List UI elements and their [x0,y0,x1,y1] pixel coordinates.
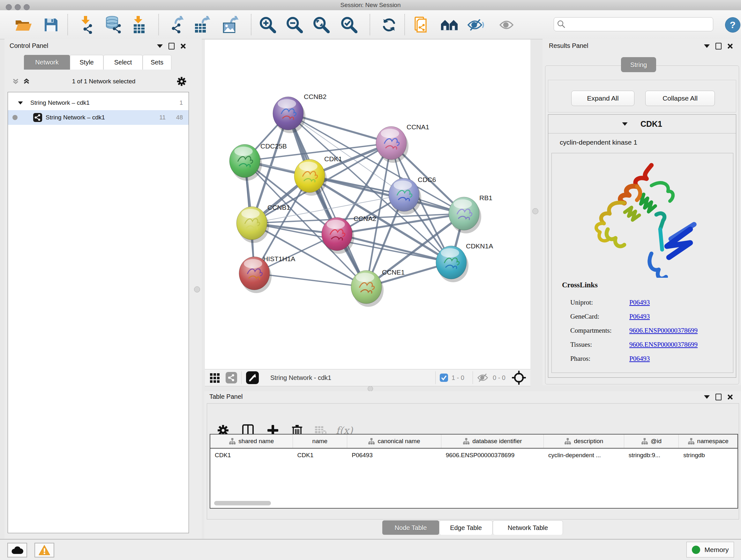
search-input[interactable] [568,20,710,28]
float-panel-icon[interactable] [169,43,175,50]
crosslink-link[interactable]: P06493 [629,313,650,320]
table-cell[interactable]: 9606.ENSP00000378699 [441,449,544,462]
crosslink-link[interactable]: P06493 [629,355,650,363]
zoom-selected-icon[interactable] [340,16,358,34]
export-network-icon[interactable] [169,16,186,34]
panel-menu-icon[interactable] [704,395,710,399]
node-CCNA1[interactable] [376,126,408,163]
float-panel-icon[interactable] [716,394,722,400]
node-CCNE1[interactable] [351,270,384,307]
zoom-in-icon[interactable] [259,16,277,34]
left-splitter-handle[interactable] [194,287,200,293]
table-row[interactable]: CDK1CDK1P064939606.ENSP00000378699cyclin… [210,449,738,462]
import-database-icon[interactable] [105,16,123,34]
memory-button[interactable]: Memory [686,542,734,557]
zoom-fit-icon[interactable] [313,16,330,34]
node-CDKN1A[interactable] [436,246,468,282]
close-panel-icon[interactable] [727,394,733,400]
column-header-description[interactable]: description [544,435,624,448]
network-graph[interactable]: CCNB2CCNA1CDC25BCDK1CDC6RB1CCNB1CCNA2CDK… [205,40,530,369]
save-floppy-icon[interactable] [42,16,60,34]
tab-sets[interactable]: Sets [143,55,172,70]
network-collection-row[interactable]: String Network – cdk1 1 [8,96,189,110]
tab-select[interactable]: Select [104,55,143,70]
node-CCNB2[interactable] [273,97,306,133]
horizontal-scrollbar[interactable] [214,501,271,505]
table-cell[interactable]: cyclin-dependent ... [544,449,624,462]
node-label-CCNB1: CCNB1 [267,204,290,211]
tab-string[interactable]: String [621,57,656,72]
column-header--id[interactable]: @id [624,435,679,448]
toolbar-separator [404,14,405,35]
collapse-all-icon[interactable] [11,77,20,85]
selected-checkbox-icon[interactable] [440,373,448,382]
zoom-out-icon[interactable] [286,16,304,34]
table-cell[interactable]: stringdb [679,449,738,462]
tab-network-table[interactable]: Network Table [493,520,563,535]
bottom-splitter-handle[interactable] [367,386,373,391]
column-header-database-identifier[interactable]: database identifier [441,435,544,448]
collapse-arrow-icon[interactable] [18,101,23,104]
panel-menu-icon[interactable] [157,44,163,48]
float-panel-icon[interactable] [716,43,722,50]
node-result-header[interactable]: CDK1 [548,115,736,133]
toolbar-separator [251,14,252,35]
clone-network-icon[interactable] [413,16,431,34]
show-eye-icon[interactable] [498,16,516,34]
hide-eye-icon[interactable] [467,16,485,34]
table-cell[interactable]: P06493 [347,449,441,462]
gear-icon[interactable] [177,77,186,86]
collapse-all-button[interactable]: Collapse All [645,91,715,106]
close-panel-icon[interactable] [727,44,733,49]
tab-style[interactable]: Style [70,55,104,70]
string-network-icon [33,113,43,122]
cloud-icon[interactable] [7,543,27,557]
node-CCNA2[interactable] [322,217,354,254]
column-header-name[interactable]: name [293,435,347,448]
expand-all-button[interactable]: Expand All [571,91,634,106]
node-count: 11 [159,114,165,121]
open-folder-icon[interactable] [14,16,32,34]
export-image-icon[interactable] [221,16,239,34]
tab-node-table[interactable]: Node Table [382,520,439,535]
import-network-icon[interactable] [77,16,94,34]
network-selected-status: 1 of 1 Network selected [30,78,177,85]
node-CDC25B[interactable] [229,144,262,181]
birds-eye-view-icon[interactable] [246,371,259,385]
crosslink-row: Tissues:9606.ENSP00000378699 [570,340,733,349]
network-view-mode-icon[interactable] [225,372,238,384]
column-header-namespace[interactable]: namespace [679,435,738,448]
column-header-canonical-name[interactable]: canonical name [347,435,441,448]
warning-icon[interactable] [35,543,54,557]
edge-CCNB2-CCNE1[interactable] [288,113,366,287]
refresh-icon[interactable] [380,16,398,34]
network-grid-view-icon[interactable] [209,372,221,383]
column-header-shared-name[interactable]: shared name [210,435,293,448]
table-cell[interactable]: CDK1 [293,449,347,462]
network-row[interactable]: String Network – cdk1 11 48 [8,110,189,125]
crosslink-link[interactable]: 9606.ENSP00000378699 [629,327,697,334]
right-splitter-handle[interactable] [532,208,538,214]
node-RB1[interactable] [449,197,481,233]
tab-network[interactable]: Network [24,55,70,70]
crosshair-icon[interactable] [512,371,526,385]
expand-all-icon[interactable] [22,77,30,85]
crosslink-link[interactable]: 9606.ENSP00000378699 [629,341,697,349]
crosslink-link[interactable]: P06493 [629,299,650,307]
panel-menu-icon[interactable] [704,44,710,48]
collapse-arrow-icon[interactable] [622,122,627,125]
table-cell[interactable]: CDK1 [210,449,293,462]
export-table-icon[interactable] [193,16,211,34]
houses-icon[interactable] [441,16,458,34]
node-table[interactable]: shared namenamecanonical namedatabase id… [210,434,738,509]
close-panel-icon[interactable] [180,44,186,49]
import-table-icon[interactable] [130,16,148,34]
search-box[interactable] [554,17,713,31]
node-label-CCNA1: CCNA1 [407,123,429,131]
network-canvas[interactable]: CCNB2CCNA1CDC25BCDK1CDC6RB1CCNB1CCNA2CDK… [205,40,530,369]
table-cell[interactable]: stringdb:9... [624,449,679,462]
hidden-eye-icon[interactable] [477,373,489,382]
tab-edge-table[interactable]: Edge Table [439,520,493,535]
node-CDK1[interactable] [294,159,327,196]
help-icon[interactable]: ? [725,17,740,33]
